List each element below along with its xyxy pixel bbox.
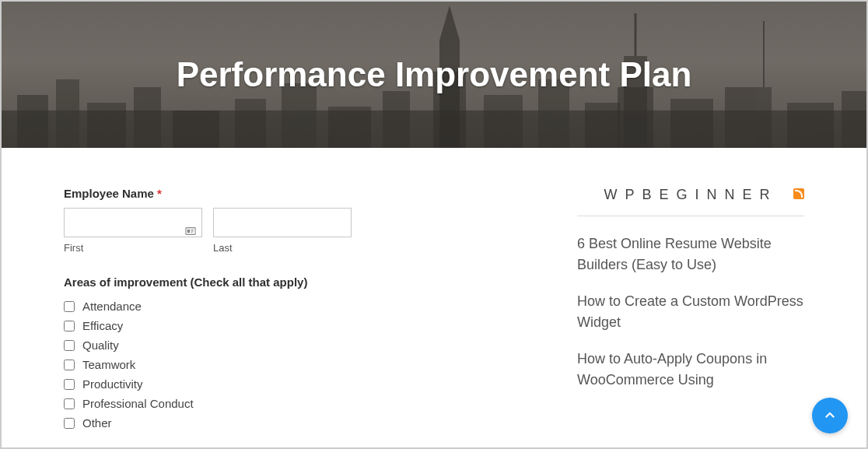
sidebar-link[interactable]: How to Auto-Apply Coupons in WooCommerce… xyxy=(577,349,804,391)
area-checkbox-label: Efficacy xyxy=(82,319,123,332)
area-checkbox[interactable] xyxy=(64,398,75,409)
sidebar-link[interactable]: How to Create a Custom WordPress Widget xyxy=(577,291,804,333)
svg-rect-22 xyxy=(756,87,772,148)
first-name-field-wrap: First xyxy=(64,208,202,254)
svg-rect-23 xyxy=(787,103,834,148)
svg-rect-15 xyxy=(585,103,620,148)
area-checkbox-label: Other xyxy=(82,416,112,430)
checkbox-row: Attendance xyxy=(64,296,499,316)
svg-rect-13 xyxy=(484,95,523,148)
checkbox-row: Productivity xyxy=(64,374,499,394)
rss-icon[interactable] xyxy=(793,188,804,199)
svg-rect-9 xyxy=(383,91,410,148)
checkbox-row: Other xyxy=(64,413,499,433)
svg-rect-17 xyxy=(618,87,653,148)
svg-rect-20 xyxy=(725,87,756,148)
areas-checkbox-group: AttendanceEfficacyQualityTeamworkProduct… xyxy=(64,296,499,433)
employee-name-label: Employee Name * xyxy=(64,187,499,200)
name-fields-row: First Last xyxy=(64,208,499,254)
svg-marker-11 xyxy=(439,5,460,40)
area-checkbox[interactable] xyxy=(64,418,75,429)
svg-rect-19 xyxy=(670,99,713,148)
svg-rect-2 xyxy=(56,79,79,148)
area-checkbox[interactable] xyxy=(64,321,75,331)
last-name-input[interactable] xyxy=(213,208,352,237)
sidebar-title: WPBEGINNER xyxy=(604,187,777,203)
svg-rect-24 xyxy=(842,91,866,148)
last-name-field-wrap: Last xyxy=(213,208,352,254)
svg-rect-0 xyxy=(2,110,866,148)
employee-name-label-text: Employee Name xyxy=(64,187,154,200)
sidebar-header: WPBEGINNER xyxy=(577,187,804,216)
form-column: Employee Name * First Last Areas of imp xyxy=(64,187,499,433)
area-checkbox[interactable] xyxy=(64,379,75,390)
area-checkbox-label: Attendance xyxy=(82,300,142,313)
scroll-to-top-button[interactable] xyxy=(812,398,848,433)
svg-rect-3 xyxy=(87,103,126,148)
hero-banner: Performance Improvement Plan xyxy=(2,2,866,148)
area-checkbox-label: Quality xyxy=(82,339,119,352)
areas-label: Areas of improvement (Check all that app… xyxy=(64,275,499,289)
chevron-up-icon xyxy=(823,409,837,423)
content-area: Employee Name * First Last Areas of imp xyxy=(2,148,866,433)
area-checkbox[interactable] xyxy=(64,360,75,370)
svg-rect-4 xyxy=(134,87,161,148)
first-name-sublabel: First xyxy=(64,242,202,254)
svg-rect-8 xyxy=(328,107,371,148)
area-checkbox-label: Productivity xyxy=(82,377,143,391)
area-checkbox-label: Teamwork xyxy=(82,358,135,371)
last-name-sublabel: Last xyxy=(213,242,352,254)
area-checkbox[interactable] xyxy=(64,340,75,351)
svg-rect-6 xyxy=(235,99,266,148)
sidebar-link[interactable]: 6 Best Online Resume Website Builders (E… xyxy=(577,233,804,275)
page-title: Performance Improvement Plan xyxy=(177,55,692,94)
checkbox-row: Quality xyxy=(64,335,499,355)
area-checkbox-label: Professional Conduct xyxy=(82,397,194,410)
svg-rect-1 xyxy=(17,95,48,148)
checkbox-row: Professional Conduct xyxy=(64,394,499,413)
area-checkbox[interactable] xyxy=(64,301,75,312)
first-name-input[interactable] xyxy=(64,208,202,237)
checkbox-row: Efficacy xyxy=(64,316,499,335)
sidebar-links-list: 6 Best Online Resume Website Builders (E… xyxy=(577,233,804,391)
required-asterisk: * xyxy=(157,187,162,200)
svg-rect-5 xyxy=(173,110,219,148)
sidebar-column: WPBEGINNER 6 Best Online Resume Website … xyxy=(499,187,804,433)
checkbox-row: Teamwork xyxy=(64,355,499,374)
